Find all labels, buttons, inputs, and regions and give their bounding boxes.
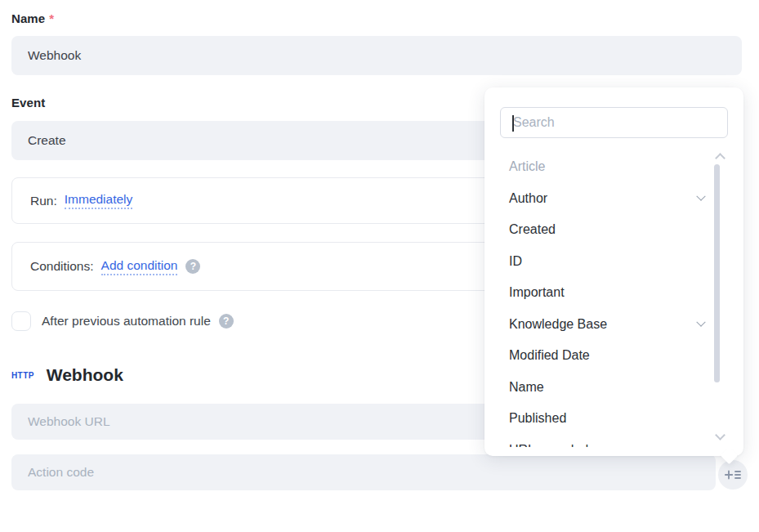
list-item-label: Article — [509, 159, 545, 174]
after-previous-label: After previous automation rule — [42, 314, 211, 329]
list-item-group-article: Article — [484, 151, 743, 183]
required-asterisk: * — [49, 11, 54, 25]
list-item-label: Important — [509, 285, 565, 300]
insert-field-button[interactable] — [718, 460, 748, 490]
add-condition-link[interactable]: Add condition — [101, 258, 178, 275]
list-item-url-clipped[interactable]: URL encoded — [484, 435, 743, 448]
list-item-id[interactable]: ID — [484, 246, 743, 278]
event-selected-value: Create — [28, 133, 66, 148]
name-label-text: Name — [11, 11, 45, 25]
run-schedule-link[interactable]: Immediately — [65, 192, 133, 209]
list-item-label: ID — [509, 254, 522, 269]
action-heading: HTTP Webhook — [11, 363, 123, 387]
chevron-down-icon — [696, 191, 705, 200]
list-item-modified-date[interactable]: Modified Date — [484, 340, 743, 372]
after-previous-row: After previous automation rule ? — [11, 311, 234, 331]
after-previous-help-icon[interactable]: ? — [219, 314, 234, 329]
list-item-name[interactable]: Name — [484, 372, 743, 404]
list-item-author[interactable]: Author — [484, 183, 743, 215]
list-item-label: Knowledge Base — [509, 317, 607, 332]
action-title: Webhook — [47, 365, 123, 385]
after-previous-checkbox[interactable] — [11, 311, 31, 331]
list-item-published[interactable]: Published — [484, 403, 743, 435]
action-code-input[interactable] — [11, 454, 716, 490]
http-badge: HTTP — [11, 371, 34, 380]
event-label: Event — [11, 96, 45, 110]
search-box — [500, 107, 728, 138]
list-item-important[interactable]: Important — [484, 277, 743, 309]
search-input[interactable] — [501, 108, 727, 137]
name-label: Name* — [11, 11, 54, 25]
name-input[interactable] — [11, 36, 742, 75]
list-item-knowledge-base[interactable]: Knowledge Base — [484, 309, 743, 341]
list-item-label: Published — [509, 411, 566, 426]
dropdown-scrollbar-thumb[interactable] — [714, 164, 720, 382]
conditions-label: Conditions: — [30, 259, 94, 274]
plus-list-icon — [725, 468, 741, 481]
run-label: Run: — [30, 194, 57, 208]
text-caret — [512, 115, 514, 132]
list-item-label: Name — [509, 380, 544, 395]
list-item-label: Modified Date — [509, 348, 590, 363]
list-item-label: URL encoded — [509, 443, 588, 447]
automation-rule-form: Name* Event Create Run: Immediately Cond… — [0, 0, 759, 532]
conditions-help-icon[interactable]: ? — [185, 259, 200, 274]
field-list: Article Author Created ID Important Know… — [484, 151, 743, 447]
event-label-text: Event — [11, 96, 45, 110]
list-item-label: Created — [509, 222, 556, 237]
list-item-label: Author — [509, 191, 547, 206]
chevron-down-icon — [696, 317, 705, 326]
fields-dropdown-panel: Article Author Created ID Important Know… — [484, 87, 743, 456]
list-item-created[interactable]: Created — [484, 214, 743, 246]
